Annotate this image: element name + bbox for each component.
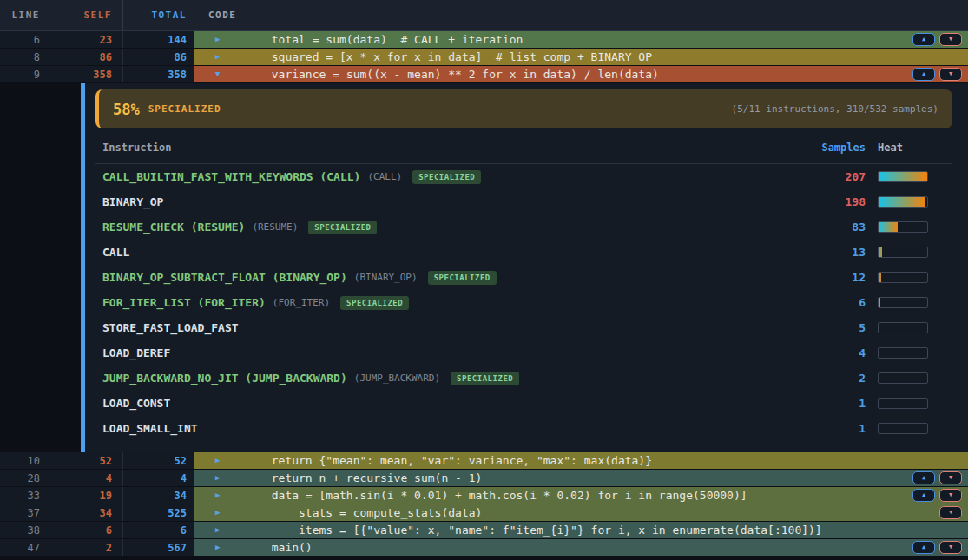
column-header-heat[interactable]: Heat bbox=[878, 142, 952, 154]
up-arrow-icon: ▲ bbox=[922, 475, 925, 481]
line-number: 28 bbox=[0, 470, 49, 486]
move-down-button[interactable]: ▼ bbox=[939, 541, 962, 554]
source-code: items = [{"value": x, "name": f"item_{i}… bbox=[244, 524, 821, 537]
move-down-button[interactable]: ▼ bbox=[939, 489, 962, 502]
base-instruction: (FOR_ITER) bbox=[273, 297, 330, 308]
detail-content: 58% SPECIALIZED (5/11 instructions, 310/… bbox=[85, 83, 968, 452]
total-samples: 525 bbox=[123, 504, 194, 521]
specialized-label: SPECIALIZED bbox=[148, 103, 221, 115]
line-number: 33 bbox=[0, 487, 49, 504]
heat-bar bbox=[878, 247, 928, 258]
move-down-button[interactable]: ▼ bbox=[939, 68, 962, 81]
column-header-total[interactable]: TOTAL bbox=[123, 0, 194, 30]
instruction-name: STORE_FAST_LOAD_FAST bbox=[102, 321, 239, 334]
expand-toggle-icon[interactable]: ▶ bbox=[215, 509, 220, 517]
instruction-name: BINARY_OP bbox=[102, 195, 163, 208]
code-line-row: 9 358 358 ▼ variance = sum((x - mean) **… bbox=[0, 66, 968, 83]
code-cell[interactable]: ▶ return n + recursive_sum(n - 1) ▲ ▼ bbox=[194, 470, 968, 486]
line-number: 6 bbox=[0, 31, 49, 48]
column-header-line[interactable]: LINE bbox=[0, 0, 49, 30]
expand-toggle-icon[interactable]: ▼ bbox=[215, 70, 220, 78]
heat-bar-fill bbox=[879, 399, 879, 408]
instruction-row: CALL_BUILTIN_FAST_WITH_KEYWORDS (CALL) (… bbox=[95, 164, 952, 189]
expand-toggle-icon[interactable]: ▶ bbox=[215, 53, 220, 61]
heat-bar bbox=[878, 423, 928, 434]
down-arrow-icon: ▼ bbox=[949, 544, 952, 550]
self-samples: 19 bbox=[49, 487, 123, 504]
instruction-rows: CALL_BUILTIN_FAST_WITH_KEYWORDS (CALL) (… bbox=[85, 164, 968, 441]
self-samples: 358 bbox=[49, 66, 123, 82]
expand-toggle-icon[interactable]: ▶ bbox=[215, 36, 220, 43]
code-rows-bottom: 10 52 52 ▶ return {"mean": mean, "var": … bbox=[0, 452, 968, 557]
down-arrow-icon: ▼ bbox=[949, 36, 952, 43]
table-header: LINE SELF TOTAL CODE bbox=[0, 0, 968, 31]
code-cell[interactable]: ▶ stats = compute_stats(data) ▼ bbox=[194, 504, 968, 521]
move-up-button[interactable]: ▲ bbox=[912, 471, 935, 484]
instruction-row: RESUME_CHECK (RESUME) (RESUME) SPECIALIZ… bbox=[95, 214, 952, 240]
instruction-samples: 12 bbox=[782, 271, 878, 284]
code-cell[interactable]: ▶ main() ▲ ▼ bbox=[194, 539, 968, 556]
instruction-name: CALL_BUILTIN_FAST_WITH_KEYWORDS (CALL) bbox=[102, 170, 360, 183]
heat-bar-fill bbox=[879, 424, 879, 433]
specialized-badge: SPECIALIZED bbox=[308, 221, 377, 234]
heat-bar bbox=[878, 171, 928, 182]
heat-bar-fill bbox=[879, 273, 881, 282]
move-up-button[interactable]: ▲ bbox=[912, 33, 935, 46]
move-down-button[interactable]: ▼ bbox=[939, 506, 962, 519]
instruction-name-cell: BINARY_OP_SUBTRACT_FLOAT (BINARY_OP) (BI… bbox=[102, 271, 782, 285]
move-up-button[interactable]: ▲ bbox=[912, 489, 935, 502]
move-down-button[interactable]: ▼ bbox=[939, 33, 962, 46]
code-cell[interactable]: ▶ data = [math.sin(i * 0.01) + math.cos(… bbox=[194, 487, 968, 504]
line-number: 47 bbox=[0, 539, 49, 556]
total-samples: 52 bbox=[123, 452, 194, 469]
code-cell[interactable]: ▶ total = sum(data) # CALL + iteration ▲… bbox=[194, 31, 968, 48]
move-down-button[interactable]: ▼ bbox=[939, 471, 962, 484]
column-header-code[interactable]: CODE bbox=[194, 0, 968, 30]
instruction-name-cell: JUMP_BACKWARD_NO_JIT (JUMP_BACKWARD) (JU… bbox=[102, 372, 782, 385]
expand-toggle-icon[interactable]: ▶ bbox=[215, 457, 220, 464]
down-arrow-icon: ▼ bbox=[949, 492, 952, 498]
code-cell[interactable]: ▼ variance = sum((x - mean) ** 2 for x i… bbox=[194, 66, 968, 82]
self-samples: 4 bbox=[49, 470, 123, 486]
expand-toggle-icon[interactable]: ▶ bbox=[215, 474, 220, 482]
column-header-self[interactable]: SELF bbox=[49, 0, 123, 30]
expand-toggle-icon[interactable]: ▶ bbox=[215, 526, 220, 534]
down-arrow-icon: ▼ bbox=[949, 71, 952, 77]
expand-toggle-icon[interactable]: ▶ bbox=[215, 544, 220, 551]
instruction-samples: 83 bbox=[782, 221, 878, 234]
instruction-name-cell: FOR_ITER_LIST (FOR_ITER) (FOR_ITER) SPEC… bbox=[102, 296, 782, 310]
self-samples: 52 bbox=[49, 452, 123, 469]
move-up-button[interactable]: ▲ bbox=[912, 68, 935, 81]
instruction-name: BINARY_OP_SUBTRACT_FLOAT (BINARY_OP) bbox=[102, 271, 347, 284]
self-samples: 23 bbox=[49, 31, 123, 48]
heat-bar bbox=[878, 272, 928, 283]
instruction-samples: 207 bbox=[782, 170, 878, 183]
heat-bar-fill bbox=[879, 197, 925, 207]
row-buttons: ▲ ▼ bbox=[912, 489, 968, 502]
line-number: 10 bbox=[0, 452, 49, 469]
line-number: 37 bbox=[0, 504, 49, 521]
heat-bar-fill bbox=[879, 348, 879, 358]
code-cell[interactable]: ▶ items = [{"value": x, "name": f"item_{… bbox=[194, 522, 968, 538]
heat-bar-fill bbox=[879, 323, 879, 333]
instruction-samples: 6 bbox=[782, 296, 878, 309]
heat-bar bbox=[878, 297, 928, 308]
column-header-instruction[interactable]: Instruction bbox=[102, 142, 782, 154]
instruction-samples: 13 bbox=[782, 246, 878, 259]
bottom-padding bbox=[0, 557, 968, 560]
instruction-name-cell: LOAD_SMALL_INT bbox=[102, 422, 782, 435]
source-code: data = [math.sin(i * 0.01) + math.cos(i … bbox=[244, 489, 747, 502]
instruction-row: LOAD_SMALL_INT 1 bbox=[95, 416, 952, 441]
instruction-row: BINARY_OP_SUBTRACT_FLOAT (BINARY_OP) (BI… bbox=[95, 265, 952, 290]
heat-bar-fill bbox=[879, 373, 879, 383]
instruction-row: JUMP_BACKWARD_NO_JIT (JUMP_BACKWARD) (JU… bbox=[95, 366, 952, 391]
code-cell[interactable]: ▶ squared = [x * x for x in data] # list… bbox=[194, 49, 968, 65]
expand-toggle-icon[interactable]: ▶ bbox=[215, 491, 220, 499]
code-cell[interactable]: ▶ return {"mean": mean, "var": variance,… bbox=[194, 452, 968, 469]
move-up-button[interactable]: ▲ bbox=[912, 541, 935, 554]
instruction-name: CALL bbox=[102, 246, 129, 259]
column-header-samples[interactable]: Samples bbox=[782, 142, 878, 154]
specialization-banner: 58% SPECIALIZED (5/11 instructions, 310/… bbox=[95, 89, 952, 128]
self-samples: 2 bbox=[49, 539, 123, 556]
row-buttons: ▼ bbox=[939, 506, 968, 519]
